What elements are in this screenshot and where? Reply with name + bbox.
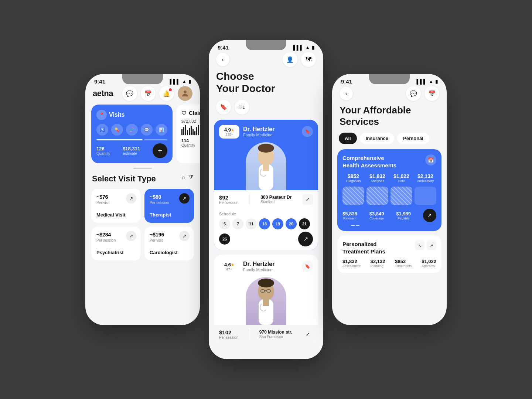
price-divider <box>249 194 250 205</box>
comp-calendar-icon[interactable]: 📅 <box>425 154 436 166</box>
time-3: 9:41 <box>341 78 352 85</box>
date-7[interactable]: 7 <box>232 218 243 229</box>
section-divider <box>133 168 152 169</box>
doctor-1-rating-badge: 4.9★ 320+ <box>219 125 239 139</box>
stat-payable: $1,989 Payable <box>396 211 411 220</box>
psychiatrist-name: Psychiatrist <box>96 250 136 255</box>
choose-doctor-title: Choose Your Doctor <box>209 71 323 94</box>
visit-type-header: Select Visit Type ⌕ ⧩ <box>85 174 200 189</box>
medical-name: Medical Visit <box>96 212 136 218</box>
doctor-card-1[interactable]: 4.9★ 320+ Dr. Hertzler Family Medicine 🔖 <box>214 120 318 250</box>
date-11[interactable]: 11 <box>246 218 257 229</box>
claims-barcode <box>181 125 200 135</box>
visits-card-title: 📍 Visits <box>96 110 167 120</box>
signal-icon-2: ▌▌▌ <box>293 45 303 50</box>
search-icon[interactable]: ⌕ <box>182 174 185 181</box>
tab-all[interactable]: All <box>339 133 357 144</box>
chat-button[interactable]: 💬 <box>122 86 137 101</box>
doctor-2-price-label: Per session <box>219 335 238 340</box>
date-18[interactable]: 18 <box>259 218 270 229</box>
visits-quantity-value: 126 <box>96 146 110 151</box>
doctor-1-info-top: 4.9★ 320+ Dr. Hertzler Family Medicine 🔖 <box>214 120 318 139</box>
progress-dot-active <box>342 225 350 226</box>
progress-dot-1 <box>351 225 355 226</box>
date-21[interactable]: 21 <box>299 218 310 229</box>
personal-stats: $1,832 Assessment $2,132 Planning $852 T… <box>342 259 436 268</box>
back-button[interactable]: ‹ <box>216 53 229 66</box>
date-20[interactable]: 20 <box>286 218 297 229</box>
appraisal-value: $1,022 <box>422 259 436 264</box>
filter-button[interactable]: ≡↓ <box>235 100 249 115</box>
progress-active <box>96 139 143 140</box>
doctor-1-expand-button[interactable]: ⤢ <box>303 194 313 205</box>
bar-1 <box>342 187 364 205</box>
personal-minimize-button[interactable]: ⤡ <box>415 241 424 250</box>
visits-card[interactable]: 📍 Visits ♿ 💊 🧬 💬 📊 126 Q <box>91 105 173 163</box>
doctor-card-2[interactable]: 4.6★ 97+ Dr. Hertzler Family Medicine 🔖 <box>214 255 318 344</box>
sub-icon-4: 💬 <box>141 124 153 136</box>
doctor-1-city: Stanford <box>260 200 291 204</box>
visit-card-medical[interactable]: ↗ ~$76 Per visit Medical Visit <box>91 189 141 223</box>
comp-nav-button[interactable]: ↗ <box>423 209 436 222</box>
visits-icon: 📍 <box>96 110 107 120</box>
ambulatory-value: $2,132 <box>415 173 436 179</box>
comp-card-header: Comprehensive Health Assessments 📅 <box>342 154 436 169</box>
stat-coverage: $3,849 Coverage <box>369 211 384 220</box>
add-button[interactable]: + <box>153 143 167 158</box>
sub-icon-2: 💊 <box>111 124 123 136</box>
chat-button-3[interactable]: 💬 <box>406 86 421 101</box>
schedule-next-button[interactable]: ↗ <box>298 232 313 246</box>
calendar-button[interactable]: 📅 <box>141 86 156 101</box>
back-button-3[interactable]: ‹ <box>340 87 353 100</box>
doctor-1-schedule: Schedule 5 7 11 18 19 20 21 26 ↗ <box>214 209 318 250</box>
user-avatar[interactable] <box>178 86 192 101</box>
date-5[interactable]: 5 <box>219 218 230 229</box>
personalized-card[interactable]: Personalized Treatment Plans ⤡ ↗ $1,832 … <box>337 235 441 273</box>
map-button[interactable]: 🗺 <box>301 52 316 67</box>
doctor-2-expand-button[interactable]: ⤢ <box>303 329 313 340</box>
claims-card[interactable]: 🛡 Claims $72,832 | $12,832 <box>176 105 200 163</box>
battery-icon-2: ▮ <box>312 45 314 50</box>
sub-icon-3: 🧬 <box>126 124 138 136</box>
assessment-label: Assessment <box>342 264 361 268</box>
personal-stat-planning: $2,132 Planning <box>371 259 385 268</box>
tab-personal[interactable]: Personal <box>397 133 429 144</box>
bookmark-filter-button[interactable]: 🔖 <box>216 100 231 115</box>
doctor-1-address: 300 Pasteur Dr <box>260 195 291 200</box>
battery-icon-3: ▮ <box>435 79 438 84</box>
date-19[interactable]: 19 <box>272 218 283 229</box>
comp-progress-indicator <box>342 225 436 226</box>
section-action-icons: ⌕ ⧩ <box>182 174 193 181</box>
doctor-1-price-label: Per session <box>219 201 238 205</box>
visits-quantity-stat: 126 Quantity <box>96 146 110 156</box>
claims-title: 🛡 Claims <box>181 110 200 116</box>
personal-expand-button[interactable]: ↗ <box>427 241 436 250</box>
visit-card-therapist[interactable]: ↗ ~$80 Per session Therapist <box>144 189 194 223</box>
filter-icon[interactable]: ⧩ <box>188 174 193 181</box>
doctor-1-rating: 4.9★ <box>223 127 236 133</box>
status-icons-3: ▌▌▌ ▲ ▮ <box>416 79 438 84</box>
doctor-1-image <box>214 139 318 190</box>
visit-card-cardiologist[interactable]: ↗ ~$196 Per visit Cardiologist <box>144 226 194 260</box>
person-button[interactable]: 👤 <box>283 52 297 67</box>
doctor-1-bookmark[interactable]: 🔖 <box>302 126 313 137</box>
phone-2: 9:41 ▌▌▌ ▲ ▮ ‹ 👤 🗺 Choose Your Doctor 🔖 … <box>209 40 323 359</box>
visit-card-psychiatrist[interactable]: ↗ ~$284 Per session Psychiatrist <box>91 226 141 260</box>
comp-diagnosis: $852 Diagnosis <box>342 173 364 183</box>
notification-button[interactable]: 🔔 <box>159 86 174 101</box>
header-right-icons-3: 💬 📅 <box>406 86 439 101</box>
progress-inactive <box>144 139 167 140</box>
date-26[interactable]: 26 <box>219 233 230 245</box>
svg-point-4 <box>258 144 274 153</box>
doctor-1-name-block: Dr. Hertzler Family Medicine <box>243 126 298 137</box>
doctor-2-bookmark[interactable]: 🔖 <box>302 261 313 272</box>
personal-action-icons: ⤡ ↗ <box>415 241 436 250</box>
comprehensive-card[interactable]: Comprehensive Health Assessments 📅 $852 … <box>337 149 441 231</box>
calendar-button-3[interactable]: 📅 <box>424 86 439 101</box>
status-bar-3: 9:41 ▌▌▌ ▲ ▮ <box>332 74 447 85</box>
appraisal-label: Appraisal <box>422 264 436 268</box>
doctor-1-name: Dr. Hertzler <box>243 126 298 133</box>
phone-3: 9:41 ▌▌▌ ▲ ▮ ‹ 💬 📅 Your Affordable Servi… <box>332 74 447 325</box>
tab-insurance[interactable]: Insurance <box>360 133 394 144</box>
payment-value: $5,838 <box>342 211 357 216</box>
